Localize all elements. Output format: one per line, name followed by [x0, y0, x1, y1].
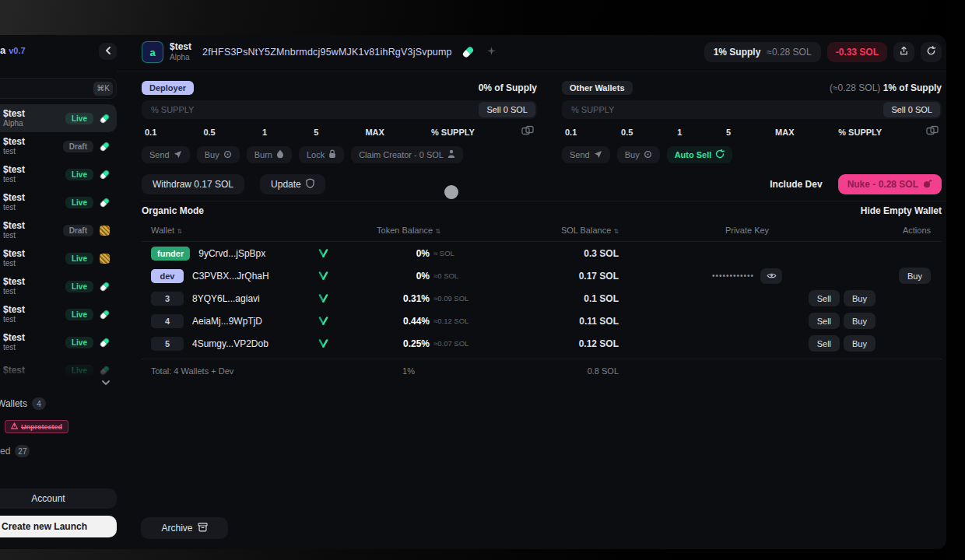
quick-max[interactable]: MAX	[775, 128, 794, 137]
wallet-address[interactable]: 9yCrvd...jSpBpx	[198, 248, 265, 259]
table-row[interactable]: 5 4Sumgy...VP2Dob 0.25% ≈0.07 SOL 0.12 S…	[142, 332, 942, 355]
col-token-balance[interactable]: Token Balance⇅	[377, 226, 440, 235]
auto-sell-button[interactable]: Auto Sell	[667, 146, 733, 163]
quick-1[interactable]: 1	[262, 128, 267, 137]
organic-mode-toggle[interactable]: Organic Mode	[142, 205, 204, 216]
account-button[interactable]: Account	[0, 488, 117, 509]
launch-meta: $test test	[3, 305, 25, 324]
quick-0.1[interactable]: 0.1	[565, 128, 577, 137]
platform-pill-icon	[98, 168, 111, 180]
sell-button[interactable]: Sell	[809, 290, 840, 306]
other-wallets-badge: Other Wallets	[562, 81, 633, 95]
claim-creator-button[interactable]: Claim Creator - 0 SOL	[351, 146, 463, 163]
buy-button[interactable]: Buy	[617, 146, 660, 163]
archive-button[interactable]: Archive	[141, 517, 228, 539]
wallet-cell: 5 4Sumgy...VP2Dob	[151, 337, 311, 351]
deployer-supply-input[interactable]: % SUPPLY Sell 0 SOL	[142, 100, 537, 119]
wallets-row[interactable]: Wallets 4	[0, 397, 46, 410]
buy-button[interactable]: Buy	[844, 313, 876, 329]
wallet-address[interactable]: 8YQY6L...agiavi	[192, 293, 260, 304]
pill-icon[interactable]	[461, 45, 475, 59]
status-badge: Live	[65, 197, 93, 208]
table-row[interactable]: funder 9yCrvd...jSpBpx 0% ≈ SOL 0.3 SOL …	[142, 242, 942, 264]
share-button[interactable]	[893, 42, 914, 62]
quick-1[interactable]: 1	[677, 128, 682, 137]
sidebar-launch-item[interactable]: $test test Live	[0, 188, 117, 216]
lock-button[interactable]: Lock	[299, 146, 344, 163]
quick-supply[interactable]: % SUPPLY	[838, 128, 882, 137]
supply-summary-pill[interactable]: 1% Supply ≈0.28 SOL	[704, 42, 821, 62]
wallet-address[interactable]: 4Sumgy...VP2Dob	[192, 338, 268, 349]
buy-button[interactable]: Buy	[899, 268, 931, 284]
include-dev-toggle[interactable]: Include Dev	[770, 179, 822, 190]
bomb-icon	[923, 179, 932, 191]
hide-empty-wallet-toggle[interactable]: Hide Empty Wallet	[861, 205, 942, 216]
buy-button[interactable]: Buy	[844, 290, 876, 306]
quick-0.5[interactable]: 0.5	[203, 128, 215, 137]
wallets-label: Wallets	[0, 398, 27, 409]
update-button[interactable]: Update	[260, 174, 325, 194]
wallet-address[interactable]: C3PVBX...JrQhaH	[192, 271, 269, 282]
quick-max[interactable]: MAX	[365, 128, 384, 137]
send-button[interactable]: Send	[142, 146, 190, 163]
deployer-actions: Send Buy Burn Lock Claim Creator - 0 SOL	[142, 146, 537, 163]
cards-icon[interactable]	[926, 125, 939, 139]
sidebar-launch-item[interactable]: $test test Live	[0, 272, 117, 300]
launch-status-group: Live	[65, 252, 111, 264]
desktop-background-bottom	[0, 549, 965, 560]
sidebar-launch-item[interactable]: $test test Draft	[0, 132, 117, 160]
sell-button[interactable]: Sell	[809, 313, 840, 329]
withdraw-button[interactable]: Withdraw 0.17 SOL	[142, 174, 244, 194]
sidebar-launch-item[interactable]: $test test Live	[0, 328, 117, 356]
deployer-sell-button[interactable]: Sell 0 SOL	[479, 102, 535, 117]
token-address[interactable]: 2fHFS3PsNtY5ZMnbrmdcj95wMJK1v81ihRgV3jSv…	[202, 47, 452, 58]
nuke-button[interactable]: Nuke - 0.28 SOL	[838, 174, 942, 194]
send-button[interactable]: Send	[562, 146, 610, 163]
launch-title: $test	[3, 109, 25, 119]
total-label: Total: 4 Wallets + Dev	[151, 366, 335, 376]
sidebar-launch-item[interactable]: $test Alpha Live	[0, 104, 117, 132]
quick-0.5[interactable]: 0.5	[621, 128, 633, 137]
sidebar-launch-item[interactable]: $test test Draft	[0, 216, 117, 244]
collapse-sidebar-button[interactable]	[99, 43, 117, 60]
toolbar-divider	[142, 201, 946, 201]
others-supply-note: (≈0.28 SOL) 1% of Supply	[830, 82, 942, 93]
others-supply-input[interactable]: % SUPPLY Sell 0 SOL	[562, 100, 942, 119]
unprotected-badge[interactable]: Unprotected	[5, 420, 68, 433]
sidebar-launch-item[interactable]: $test test Live	[0, 300, 117, 328]
col-wallet[interactable]: Wallet⇅	[151, 226, 311, 235]
quick-supply[interactable]: % SUPPLY	[431, 128, 475, 137]
table-row[interactable]: 4 AeiaMj...9WpTjD 0.44% ≈0.12 SOL 0.11 S…	[142, 310, 942, 332]
buy-button[interactable]: Buy	[197, 146, 240, 163]
leaf-v-icon[interactable]	[318, 317, 328, 325]
sidebar-launch-item[interactable]: $test test Live	[0, 160, 117, 188]
leaf-v-icon[interactable]	[318, 271, 328, 280]
deployer-supply-note: 0% of Supply	[479, 82, 537, 93]
search-input[interactable]: ⌘K	[0, 78, 117, 99]
quick-0.1[interactable]: 0.1	[145, 128, 156, 137]
sell-button[interactable]: Sell	[809, 335, 840, 352]
expand-list-button[interactable]	[98, 376, 114, 387]
buy-button[interactable]: Buy	[844, 335, 876, 352]
leaf-v-icon[interactable]	[318, 294, 328, 303]
quick-5[interactable]: 5	[726, 128, 731, 137]
archived-row[interactable]: ed 27	[0, 445, 30, 457]
quick-5[interactable]: 5	[314, 128, 318, 137]
table-row[interactable]: dev C3PVBX...JrQhaH 0% ≈0 SOL 0.17 SOL •…	[142, 264, 942, 287]
others-sell-button[interactable]: Sell 0 SOL	[883, 102, 940, 117]
wallet-address[interactable]: AeiaMj...9WpTjD	[192, 316, 262, 327]
col-sol-balance[interactable]: SOL Balance⇅	[561, 226, 619, 235]
cards-icon[interactable]	[521, 125, 534, 139]
leaf-v-icon[interactable]	[318, 339, 328, 348]
token-balance: 0%	[416, 248, 430, 259]
reveal-key-button[interactable]	[760, 268, 782, 284]
leaf-v-icon[interactable]	[318, 249, 328, 257]
create-new-launch-button[interactable]: Create new Launch	[0, 516, 117, 537]
sidebar-launch-item[interactable]: $test test Live	[0, 244, 117, 272]
refresh-button[interactable]	[921, 42, 942, 62]
table-row[interactable]: 3 8YQY6L...agiavi 0.31% ≈0.09 SOL 0.1 SO…	[142, 287, 942, 310]
sparkle-icon[interactable]	[486, 45, 497, 59]
burn-button[interactable]: Burn	[247, 146, 292, 163]
launch-status-group: Live	[65, 280, 111, 292]
pnl-badge: -0.33 SOL	[827, 42, 887, 62]
